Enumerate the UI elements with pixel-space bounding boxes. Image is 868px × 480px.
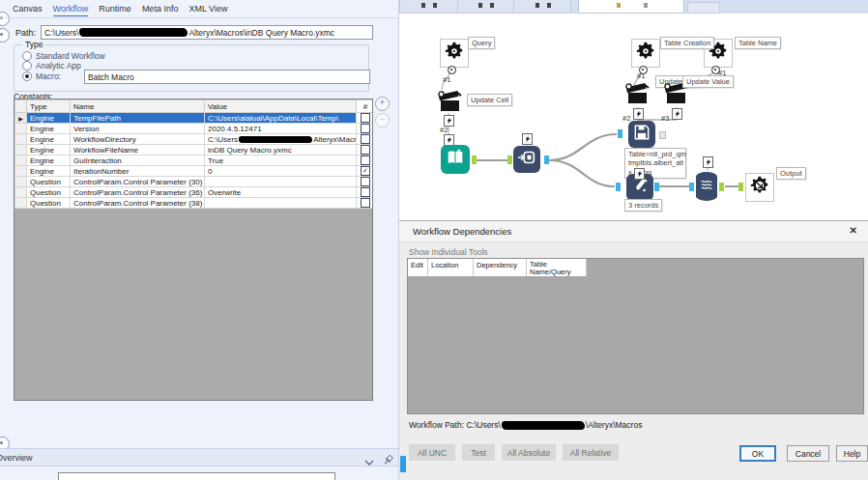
control-output-connector[interactable] xyxy=(448,66,456,74)
output-anchor-green[interactable] xyxy=(719,183,724,191)
checkbox-unchecked[interactable] xyxy=(361,155,370,165)
document-tab[interactable] xyxy=(399,0,458,14)
constants-row[interactable]: Question ControlParam.Control Parameter … xyxy=(15,187,374,198)
annotation-record-count[interactable]: 3 records xyxy=(624,199,662,212)
cell-value[interactable]: 2020.4.5.12471 xyxy=(205,124,357,134)
pin-icon[interactable] xyxy=(383,452,393,469)
cancel-button[interactable]: Cancel xyxy=(787,445,829,462)
tab-runtime[interactable]: Runtime xyxy=(99,4,131,16)
cell-name[interactable]: Version xyxy=(71,124,205,134)
header-value[interactable]: Value xyxy=(205,100,357,113)
panel-nav-icon[interactable] xyxy=(0,12,10,26)
header-dependency[interactable]: Dependency xyxy=(474,259,527,276)
add-constant-button[interactable]: + xyxy=(375,97,390,111)
constants-row[interactable]: Question ControlParam.Control Parameter … xyxy=(15,198,374,209)
tab-meta-info[interactable]: Meta Info xyxy=(142,4,179,16)
cell-type[interactable]: Question xyxy=(27,198,71,209)
constants-row[interactable]: Engine WorkflowFileName inDB Query Macro… xyxy=(15,145,374,155)
tool-macro-output[interactable] xyxy=(745,173,774,202)
cell-type[interactable]: Engine xyxy=(27,134,71,145)
output-anchor-blue[interactable] xyxy=(544,155,549,164)
cell-type[interactable]: Question xyxy=(27,187,71,198)
cell-check[interactable] xyxy=(357,124,374,134)
cell-type[interactable]: Engine xyxy=(27,124,71,134)
cell-check[interactable] xyxy=(357,113,374,124)
radio-icon[interactable] xyxy=(22,51,32,61)
cell-value[interactable]: 0 xyxy=(205,166,357,177)
constants-row-selected[interactable]: ▶ Engine TempFilePath C:\Users\alalual\A… xyxy=(15,113,374,124)
cell-value[interactable]: inDB Query Macro.yxmc xyxy=(205,145,357,155)
test-button[interactable]: Test xyxy=(462,444,495,461)
document-tab[interactable] xyxy=(457,0,514,14)
cell-type[interactable]: Engine xyxy=(27,166,71,177)
dependencies-table[interactable]: Edit Location Dependency Table Name/Quer… xyxy=(407,258,864,414)
annotation-table-creation[interactable]: Table Creation xyxy=(660,37,714,49)
input-anchor-blue[interactable] xyxy=(689,183,694,191)
overview-panel-header[interactable]: Overview xyxy=(0,448,398,466)
annotation-update-value-2[interactable]: Update Value xyxy=(682,75,734,88)
tab-canvas[interactable]: Canvas xyxy=(13,4,43,16)
cell-type[interactable]: Engine xyxy=(27,145,71,155)
annotation-query[interactable]: Query xyxy=(468,37,495,49)
cell-name[interactable]: WorkflowFileName xyxy=(71,145,205,155)
annotation-update-cell[interactable]: Update Cell xyxy=(467,94,512,106)
tool-query-control-parameter[interactable] xyxy=(440,39,469,68)
tab-workflow[interactable]: Workflow xyxy=(53,4,89,16)
all-unc-button[interactable]: All UNC xyxy=(409,444,455,461)
checkbox-unchecked[interactable] xyxy=(361,134,370,144)
show-individual-tools-link[interactable]: Show Individual Tools xyxy=(409,247,488,257)
constants-row[interactable]: Engine Version 2020.4.5.12471 xyxy=(15,124,374,134)
tool-macro-input[interactable] xyxy=(441,145,470,174)
cell-name[interactable]: GuiInteraction xyxy=(71,155,205,166)
cell-check[interactable] xyxy=(357,177,374,187)
cell-check[interactable] xyxy=(357,145,374,155)
cell-check[interactable] xyxy=(357,187,374,198)
checkbox-unchecked[interactable] xyxy=(361,113,370,123)
header-location[interactable]: Location xyxy=(428,259,474,276)
constants-row[interactable]: Engine IterationNumber 0 ✓ xyxy=(15,166,374,177)
remove-constant-button[interactable]: − xyxy=(375,113,390,127)
cell-name[interactable]: IterationNumber xyxy=(71,166,205,177)
panel-help-icon[interactable] xyxy=(0,28,10,42)
header-table-name-query[interactable]: Table Name/Query xyxy=(527,259,587,276)
tool-write-data-in-db[interactable] xyxy=(628,121,655,148)
radio-icon-selected[interactable] xyxy=(22,71,32,81)
constants-row[interactable]: Engine WorkflowDirectory C:\UsersAlteryx… xyxy=(15,134,374,145)
radio-analytic-app[interactable]: Analytic App xyxy=(22,61,81,71)
tool-update-value-action-1[interactable] xyxy=(624,82,651,107)
cell-name[interactable]: ControlParam.Control Parameter (30) xyxy=(71,177,205,187)
header-edit[interactable]: Edit xyxy=(408,259,428,276)
annotation-table-name[interactable]: Table Name xyxy=(735,37,781,49)
cell-type[interactable]: Engine xyxy=(27,155,71,166)
output-anchor-blue[interactable] xyxy=(654,183,659,191)
ok-button[interactable]: OK xyxy=(739,445,776,462)
cell-type[interactable]: Question xyxy=(27,177,71,187)
tool-table-creation-control-parameter[interactable] xyxy=(631,39,660,68)
cell-value[interactable]: Overwrite xyxy=(205,187,357,198)
header-name[interactable]: Name xyxy=(71,100,205,113)
checkbox-unchecked[interactable] xyxy=(361,177,370,186)
radio-standard-workflow[interactable]: Standard Workflow xyxy=(22,51,105,61)
input-anchor-blue[interactable] xyxy=(618,129,622,138)
radio-macro[interactable]: Macro: xyxy=(22,71,61,81)
checkbox-unchecked[interactable] xyxy=(361,187,370,197)
radio-icon[interactable] xyxy=(22,61,32,71)
cell-name[interactable]: ControlParam.Control Parameter (36) xyxy=(71,187,205,198)
cell-check[interactable] xyxy=(357,134,374,145)
tab-xml-view[interactable]: XML View xyxy=(188,4,227,16)
header-hash[interactable]: # xyxy=(357,100,374,113)
tool-data-stream-in[interactable] xyxy=(513,146,540,173)
cell-value[interactable]: True xyxy=(205,155,357,166)
checkbox-unchecked[interactable] xyxy=(361,198,370,208)
header-type[interactable]: Type xyxy=(27,100,71,113)
cell-name[interactable]: WorkflowDirectory xyxy=(71,134,205,145)
close-icon[interactable]: ✕ xyxy=(850,225,857,236)
cell-name[interactable]: TempFilePath xyxy=(71,113,205,124)
document-tab-active[interactable] xyxy=(578,0,684,14)
path-input[interactable]: C:\Users\ Alteryx\Macros\inDB Query Macr… xyxy=(41,25,373,40)
input-anchor-green[interactable] xyxy=(507,155,512,164)
all-relative-button[interactable]: All Relative xyxy=(563,444,619,461)
cell-name[interactable]: ControlParam.Control Parameter (38) xyxy=(71,198,205,209)
checkbox-unchecked[interactable] xyxy=(361,145,370,155)
workflow-canvas[interactable]: Query #1 Update Cell #2 xyxy=(399,14,868,220)
